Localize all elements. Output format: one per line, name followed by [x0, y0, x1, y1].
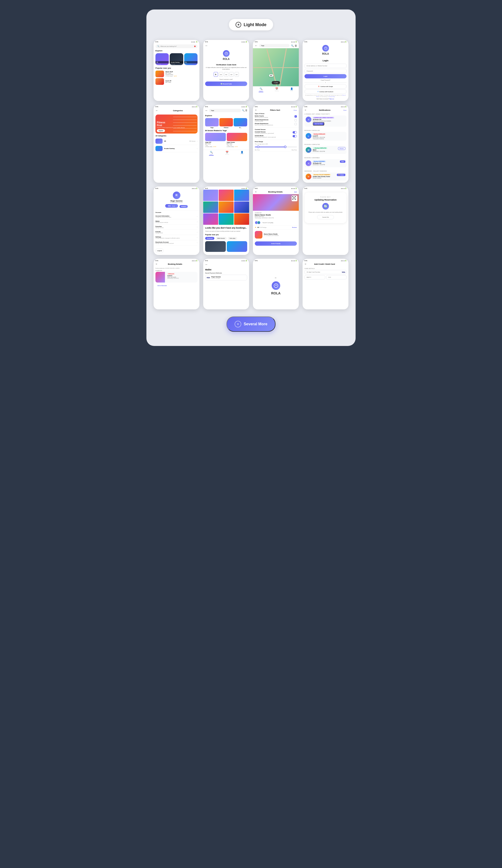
search-bar[interactable]: 🔍 — [155, 44, 197, 48]
password-input[interactable] — [305, 69, 347, 73]
private-checkbox[interactable] — [295, 123, 297, 125]
notif-confirmed[interactable]: V Booking CONFIRMED VR Realm 247 03/26/2… — [305, 159, 347, 167]
edit-button[interactable]: Edit — [294, 191, 297, 193]
fitness-hero[interactable]: FitnessFirst Explore curated experiences… — [155, 115, 197, 134]
wallet-item[interactable]: Wallet Manage payment methods › — [155, 219, 197, 225]
settings-item[interactable]: Settings Change application, language & … — [155, 235, 197, 240]
code-box-4[interactable]: — — [229, 72, 234, 77]
search-icon-map[interactable]: 🔍 — [291, 44, 294, 47]
popular-item-1[interactable]: Skate Stuff $15 / entry Skateboarding 1.… — [155, 71, 197, 77]
map-back-button[interactable]: ← — [255, 44, 258, 47]
list-button[interactable]: ≡ List — [272, 81, 280, 84]
photo-5[interactable] — [219, 202, 234, 213]
code-box-1[interactable]: S — [214, 72, 218, 77]
photo-6[interactable] — [234, 202, 249, 213]
search-input[interactable] — [161, 45, 193, 47]
photo-8[interactable] — [219, 213, 234, 225]
collect-button[interactable]: 🏆 Collect — [337, 174, 345, 176]
photo-2[interactable] — [219, 189, 234, 201]
other-cat-img[interactable] — [234, 118, 247, 126]
favorites-item[interactable]: Favorites Manage favorites › — [155, 225, 197, 230]
filter-clear[interactable]: Clear — [294, 110, 297, 111]
nav-bookings-yoga[interactable]: 📅 Bookings — [225, 151, 229, 156]
fitness-cat-img[interactable] — [219, 118, 233, 126]
notif-reminder[interactable]: G Reminder COLLECT REWARDS Golden Gate A… — [305, 173, 347, 180]
price-slider[interactable] — [255, 147, 297, 147]
map-search[interactable]: Yoga — [259, 44, 289, 47]
login-button[interactable]: Login — [305, 74, 347, 79]
activity-img-1[interactable] — [205, 241, 226, 252]
venue-yoga-center[interactable]: Yoga Center $15 / entry Yoga, Spa 1.5 km… — [227, 133, 247, 147]
fitness-card[interactable]: Fit.. 94 V.. — [184, 53, 197, 65]
vr-card[interactable]: VR 34 Venues — [155, 53, 169, 65]
notif-friend-joined[interactable]: V A FRIEND JUST JOINED YOUR PARTY VR Rea… — [305, 115, 347, 127]
notif-close[interactable]: ✕ — [305, 109, 306, 112]
nav-explore[interactable]: 🔍 Explore — [259, 87, 263, 92]
photo-4[interactable] — [203, 202, 218, 213]
categories-back[interactable]: ← — [155, 109, 158, 112]
view-button[interactable]: View — [340, 161, 345, 163]
booking-list-item[interactable]: CANCELLED Level 5 Glitch Metropolis Wedn… — [155, 272, 197, 282]
cvv-input[interactable] — [326, 275, 347, 279]
mode-toggle[interactable]: ☀ Light Mode — [229, 19, 273, 30]
wallet-back[interactable]: ← — [205, 263, 208, 266]
code-box-2[interactable]: — — [219, 72, 223, 77]
photo-3[interactable] — [234, 189, 249, 201]
friends-item[interactable]: Friends Manage friends › — [155, 230, 197, 235]
category-vr[interactable]: VR 348 Venues › — [155, 137, 197, 145]
notif-completed[interactable]: W ✓ Booking COMPLETED WE-R 03/26/2022 • … — [305, 146, 347, 154]
filter-shared[interactable]: Shared Experiences Free-for-all play — [255, 119, 297, 122]
nav-profile-yoga[interactable]: 👤 Profile — [240, 151, 243, 156]
logout-button[interactable]: Logout — [155, 248, 164, 253]
card-number-input[interactable] — [305, 270, 347, 274]
photo-9[interactable] — [234, 213, 249, 225]
add-reminder[interactable]: Add to Reminder — [155, 284, 197, 287]
notif-clear[interactable]: Clear — [343, 110, 347, 111]
invite-friends-button[interactable]: Invite Friends — [255, 241, 297, 246]
venue-yoga247[interactable]: Yoga 247 $15 / entry Yoga 1.5 kms away ★… — [205, 133, 226, 147]
expiry-input[interactable] — [305, 275, 325, 279]
reviews-button[interactable]: Reviews — [292, 227, 297, 228]
map-area[interactable]: $15 ≡ List — [253, 48, 299, 86]
solo-play-tab[interactable]: Solo play — [228, 237, 237, 240]
nav-bookings[interactable]: 📅 Bookings — [275, 87, 279, 92]
filter-icon-map[interactable]: ☰ — [295, 44, 297, 47]
nav-explore-yoga[interactable]: 🔍 Explore — [209, 151, 214, 156]
cancel-button[interactable]: Cancel (2s) — [317, 215, 334, 219]
popular-item-2[interactable]: Court 34 $15 / entry — [155, 78, 197, 85]
yoga-cat-img[interactable] — [205, 118, 219, 126]
signup-link[interactable]: Don't have an account? Sign up › — [305, 98, 347, 100]
code-box-5[interactable]: — — [235, 72, 239, 77]
yoga-search-input[interactable]: Yoga — [209, 109, 241, 112]
nav-profile[interactable]: 👤 Profile — [290, 87, 293, 92]
review-button[interactable]: Review — [338, 147, 345, 150]
add-card-close[interactable]: ✕ — [305, 263, 306, 266]
join-chat-button[interactable]: Join the Chat — [313, 122, 324, 125]
visa-card[interactable]: VISA Roger Sanchez •••• •••• •••• 4321 — [205, 275, 247, 280]
filter-entire-courts[interactable]: Entire Courts Best for groups of friends… — [255, 115, 297, 118]
arcade-card[interactable]: Arcade Gaming 65 Venues — [170, 53, 183, 65]
yoga-filter-icon[interactable]: ☰ — [245, 109, 247, 112]
facebook-button[interactable]: f Continue with Facebook — [305, 89, 347, 94]
booking-list-close[interactable]: ✕ — [155, 263, 157, 266]
loading-back[interactable]: ← — [275, 276, 277, 279]
hero-explore-button[interactable]: Explore — [157, 129, 165, 132]
redeem-button[interactable]: Redeem — [180, 205, 188, 208]
resend-button[interactable]: 🔄 Resend Code — [205, 82, 247, 86]
price-pin[interactable]: $15 — [269, 74, 273, 77]
filter-private[interactable]: Private Experiences Best for solo-play a… — [255, 123, 297, 126]
shared-checkbox[interactable] — [295, 119, 297, 122]
account-info-item[interactable]: Account Information Change your account … — [155, 214, 197, 219]
booking-close[interactable]: ✕ — [255, 190, 257, 193]
email-input[interactable] — [305, 64, 347, 68]
with-friends-tab[interactable]: With friends — [215, 237, 227, 240]
yoga-back[interactable]: ← — [205, 109, 208, 112]
filter-instant[interactable]: Instant Book Book without waiting for ve… — [255, 135, 297, 138]
photo-7[interactable] — [203, 213, 218, 225]
category-arcade[interactable]: Arcade Gaming › — [155, 145, 197, 152]
notif-cancelled[interactable]: L Booking CANCELLED Level 57 03/26/2022 … — [305, 132, 347, 141]
several-more-button[interactable]: + Several More — [226, 317, 276, 332]
entire-courts-checkbox[interactable]: ✓ — [295, 115, 297, 117]
filter-curated[interactable]: Curated Venues The best of adventures, g… — [255, 131, 297, 134]
instant-toggle[interactable] — [293, 135, 297, 137]
